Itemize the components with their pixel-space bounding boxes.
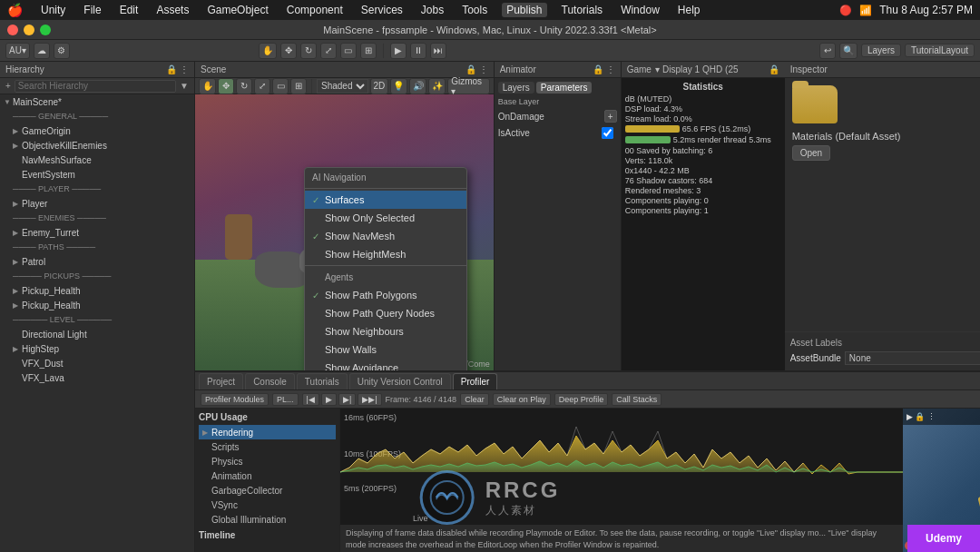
tab-tutorials[interactable]: Tutorials	[297, 373, 348, 389]
profiler-call-stacks-btn[interactable]: Call Stacks	[612, 393, 662, 406]
profiler-modules-btn[interactable]: Profiler Modules	[201, 393, 269, 406]
scene-tools-hand[interactable]: ✋	[259, 43, 277, 59]
menu-publish[interactable]: Publish	[502, 3, 546, 17]
context-menu-path-polygons[interactable]: ✓ Show Path Polygons	[305, 286, 466, 304]
profiler-item-physics[interactable]: Physics	[199, 454, 336, 468]
hierarchy-item-paths-group[interactable]: ──── PATHS ─────	[0, 240, 194, 254]
profiler-deep-profile-btn[interactable]: Deep Profile	[554, 393, 609, 406]
game-display-selector[interactable]: Display 1	[662, 64, 700, 74]
step-button[interactable]: ⏭	[430, 43, 446, 59]
account-btn[interactable]: AU ▾	[5, 43, 30, 59]
cloud-btn[interactable]: ☁	[34, 43, 50, 59]
profiler-play-btn[interactable]: PL...	[272, 393, 299, 406]
hierarchy-item-enemies-group[interactable]: ──── ENEMIES ─────	[0, 211, 194, 225]
scene-audio-toggle[interactable]: 🔊	[409, 78, 426, 94]
scene-2d-toggle[interactable]: 2D	[370, 78, 388, 94]
hierarchy-item-pickups-group[interactable]: ───── PICKUPS ─────	[0, 269, 194, 283]
anim-tab-parameters[interactable]: Parameters	[536, 82, 593, 94]
profiler-next-frame-btn[interactable]: ▶|	[338, 393, 356, 406]
hierarchy-item-objectivekill[interactable]: ▶ ObjectiveKillEnemies	[0, 138, 194, 153]
hierarchy-item-pickup2[interactable]: ▶ Pickup_Health	[0, 298, 194, 312]
layout-dropdown[interactable]: TutorialLayout	[905, 44, 975, 57]
play-button[interactable]: ▶	[390, 43, 407, 59]
anim-tab-layers[interactable]: Layers	[498, 82, 534, 94]
profiler-prev-frame-btn[interactable]: |◀	[302, 393, 319, 406]
scene-shading-mode[interactable]: Shaded	[317, 79, 368, 94]
apple-menu[interactable]: 🍎	[7, 3, 23, 17]
menu-gameobject[interactable]: GameObject	[203, 4, 271, 16]
scene-tool-hand[interactable]: ✋	[199, 78, 216, 94]
hierarchy-lock-icon[interactable]: 🔒	[166, 64, 177, 74]
profiler-end-frame-btn[interactable]: ▶▶|	[358, 393, 381, 406]
undo-history-btn[interactable]: ↩	[819, 43, 836, 59]
hierarchy-item-highstep[interactable]: ▶ HighStep	[0, 341, 194, 356]
game-lock-icon[interactable]: 🔒	[769, 64, 779, 74]
hierarchy-item-light[interactable]: Directional Light	[0, 327, 194, 341]
animator-lock-icon[interactable]: 🔒	[593, 64, 603, 74]
hierarchy-item-patrol[interactable]: ▶ Patrol	[0, 254, 194, 269]
game-resolution-selector[interactable]: QHD (25	[702, 64, 738, 74]
profiler-item-vsync[interactable]: VSync	[199, 498, 336, 512]
hierarchy-search-input[interactable]	[15, 80, 176, 93]
profiler-graph[interactable]: 16ms (60FPS) 10ms (100FPS) 5ms (200FPS)	[340, 409, 903, 525]
profiler-item-animation[interactable]: Animation	[199, 468, 336, 483]
pause-button[interactable]: ⏸	[410, 43, 426, 59]
hierarchy-item-level-group[interactable]: ────── LEVEL ──────	[0, 312, 194, 327]
fullscreen-button[interactable]	[40, 25, 51, 35]
profiler-item-scripts[interactable]: Scripts	[199, 439, 336, 454]
anim-isactive-checkbox[interactable]	[602, 127, 613, 139]
context-menu-path-query[interactable]: Show Path Query Nodes	[305, 304, 466, 322]
tab-profiler[interactable]: Profiler	[453, 373, 498, 389]
hierarchy-item-vfxlava[interactable]: VFX_Lava	[0, 370, 194, 385]
scene-tools-rect[interactable]: ▭	[340, 43, 357, 59]
asset-bundle-dropdown[interactable]: None	[845, 351, 980, 365]
minimize-button[interactable]	[24, 25, 34, 35]
tab-version-control[interactable]: Unity Version Control	[349, 373, 451, 389]
hierarchy-item-player-group[interactable]: ──── PLAYER ─────	[0, 182, 194, 196]
menu-services[interactable]: Services	[358, 4, 407, 16]
scene-gizmos-toggle[interactable]: Gizmos ▾	[447, 78, 490, 94]
hierarchy-item-general[interactable]: ──── GENERAL ─────	[0, 109, 194, 123]
search-btn[interactable]: 🔍	[839, 43, 858, 59]
tab-console[interactable]: Console	[245, 373, 295, 389]
settings-btn[interactable]: ⚙	[54, 43, 70, 59]
scene-lock-icon[interactable]: 🔒	[466, 64, 476, 74]
context-menu-walls[interactable]: Show Walls	[305, 340, 466, 359]
scene-tool-move[interactable]: ✥	[218, 78, 234, 94]
hierarchy-item-eventsystem[interactable]: EventSystem	[0, 167, 194, 182]
profiler-clear-btn[interactable]: Clear	[460, 393, 489, 406]
context-menu-avoidance[interactable]: Show Avoidance	[305, 359, 466, 370]
scene-light-toggle[interactable]: 💡	[390, 78, 407, 94]
hierarchy-more-icon[interactable]: ⋮	[180, 64, 189, 74]
layers-dropdown[interactable]: Layers	[861, 44, 901, 57]
hierarchy-item-navmesh[interactable]: NavMeshSurface	[0, 153, 194, 167]
menu-tutorials[interactable]: Tutorials	[558, 4, 607, 16]
hierarchy-add-icon[interactable]: +	[4, 80, 13, 92]
scene-more-icon[interactable]: ⋮	[479, 64, 488, 74]
context-menu[interactable]: AI Navigation ✓ Surfaces Show Only Selec…	[304, 167, 467, 370]
profiler-play-pause-btn[interactable]: ▶	[321, 393, 337, 406]
context-menu-neighbours[interactable]: Show Neighbours	[305, 322, 466, 340]
hierarchy-item-vfxdust[interactable]: VFX_Dust	[0, 356, 194, 370]
scene-view[interactable]: AI Navigation ✓ Surfaces Show Only Selec…	[195, 94, 494, 370]
menu-file[interactable]: File	[80, 4, 104, 16]
hierarchy-filter-icon[interactable]: ▼	[178, 80, 191, 92]
hierarchy-item-pickup1[interactable]: ▶ Pickup_Health	[0, 283, 194, 298]
menu-assets[interactable]: Assets	[152, 4, 192, 16]
scene-fx-toggle[interactable]: ✨	[428, 78, 446, 94]
inspector-open-button[interactable]: Open	[792, 145, 830, 161]
anim-add-button[interactable]: +	[604, 110, 617, 123]
hierarchy-item-enemy-turret[interactable]: ▶ Enemy_Turret	[0, 225, 194, 240]
scene-tools-rotate[interactable]: ↻	[300, 43, 317, 59]
scene-tool-scale[interactable]: ⤢	[254, 78, 270, 94]
profiler-clear-on-play-btn[interactable]: Clear on Play	[493, 393, 551, 406]
menu-tools[interactable]: Tools	[458, 4, 491, 16]
close-button[interactable]	[7, 25, 18, 35]
menu-window[interactable]: Window	[617, 4, 663, 16]
scene-tool-rect[interactable]: ▭	[272, 78, 289, 94]
scene-tools-transform[interactable]: ⊞	[360, 43, 377, 59]
context-menu-show-navmesh[interactable]: ✓ Show NavMesh	[305, 227, 466, 245]
context-menu-show-heightmesh[interactable]: Show HeightMesh	[305, 245, 466, 263]
hierarchy-item-mainscene[interactable]: ▼ MainScene*	[0, 94, 194, 109]
menu-edit[interactable]: Edit	[116, 4, 142, 16]
